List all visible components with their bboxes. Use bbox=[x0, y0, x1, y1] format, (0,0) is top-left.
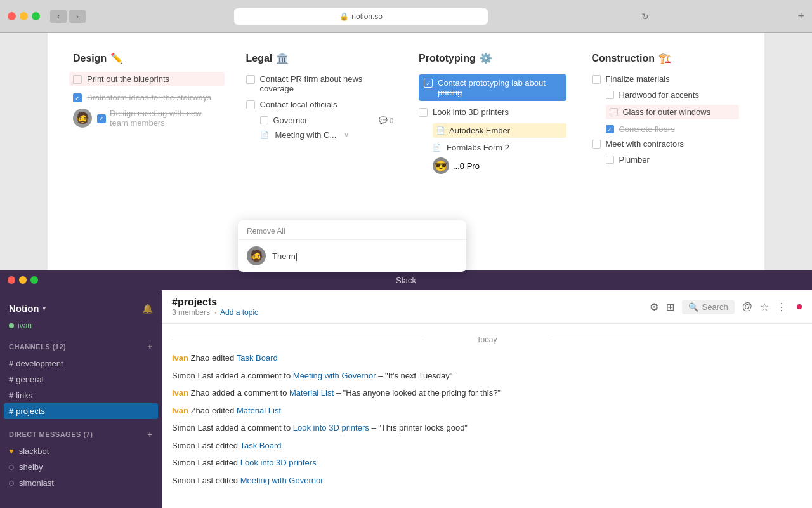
traffic-lights bbox=[8, 12, 40, 20]
add-dm-button[interactable]: + bbox=[147, 429, 153, 439]
link-material-list-2[interactable]: Material List bbox=[237, 406, 281, 415]
link-3d-printers[interactable]: Look into 3D printers bbox=[293, 423, 369, 432]
url-text: notion.so bbox=[351, 12, 383, 21]
message-4: Ivan Zhao edited Material List bbox=[172, 404, 802, 417]
prototyping-column: Prototyping ⚙️ ✓ Contact prototyping lab… bbox=[419, 52, 566, 179]
message-7: Simon Last edited Look into 3D printers bbox=[172, 457, 802, 469]
slack-workspace[interactable]: Notion ▾ 🔔 bbox=[0, 298, 162, 321]
dm-shelby[interactable]: shelby bbox=[0, 459, 162, 475]
slack-messages: Today Ivan Zhao edited Task Board Simon … bbox=[162, 324, 812, 508]
task-design-meeting[interactable]: 🧔 ✓ Design meeting with new team members bbox=[73, 109, 221, 128]
slack-minimize[interactable] bbox=[19, 276, 27, 284]
slack-channel-header: #projects 3 members · Add a topic ⚙ ⊞ 🔍 … bbox=[162, 290, 812, 324]
task-checkbox-checked[interactable]: ✓ bbox=[73, 93, 82, 102]
sub-glass[interactable]: Glass for outer windows bbox=[606, 105, 740, 119]
task-contact-lab[interactable]: ✓ Contact prototyping lab about pricing bbox=[419, 74, 566, 101]
task-checkbox[interactable]: ✓ bbox=[97, 114, 106, 123]
expand-icon: ∨ bbox=[344, 131, 349, 139]
task-checkbox[interactable] bbox=[246, 75, 255, 84]
channel-title: #projects bbox=[172, 297, 258, 308]
avatar: 🧔 bbox=[73, 109, 92, 128]
task-pr-firm[interactable]: Contact PR firm about news coverage bbox=[246, 74, 394, 93]
back-button[interactable]: ‹ bbox=[50, 10, 67, 23]
sub-plumber[interactable]: Plumber bbox=[606, 155, 740, 164]
link-task-board-2[interactable]: Task Board bbox=[240, 441, 281, 450]
author-simon-3: Simon Last bbox=[172, 441, 213, 450]
settings-icon[interactable]: ⚙ bbox=[650, 301, 658, 313]
maximize-button[interactable] bbox=[32, 12, 40, 20]
new-tab-button[interactable]: + bbox=[797, 10, 804, 23]
popup-item[interactable]: 🧔 The m| bbox=[238, 240, 466, 272]
task-brainstorm[interactable]: ✓ Brainstorm ideas for the stairways bbox=[73, 93, 221, 102]
bell-icon[interactable]: 🔔 bbox=[142, 304, 153, 314]
link-3d-printers-2[interactable]: Look into 3D printers bbox=[240, 458, 317, 467]
sub-concrete[interactable]: ✓ Concrete floors bbox=[606, 124, 740, 134]
link-meeting-governor-2[interactable]: Meeting with Governor bbox=[240, 476, 324, 485]
author-ivan-3: Ivan bbox=[172, 406, 188, 415]
construction-column: Construction 🏗️ Finalize materials Hardw… bbox=[592, 52, 740, 179]
sidebar-item-development[interactable]: # development bbox=[0, 356, 162, 371]
task-local-officials[interactable]: Contact local officials bbox=[246, 100, 394, 109]
sidebar-item-links[interactable]: # links bbox=[0, 387, 162, 403]
task-checkbox[interactable] bbox=[246, 100, 255, 109]
address-bar[interactable]: 🔒 notion.so bbox=[234, 8, 488, 25]
sub-governor[interactable]: Governor 💬 0 bbox=[260, 116, 394, 125]
star-icon[interactable]: ☆ bbox=[760, 301, 769, 313]
add-channel-button[interactable]: + bbox=[147, 342, 153, 352]
author-ivan-2: Ivan bbox=[172, 388, 188, 398]
offline-dot bbox=[9, 481, 14, 486]
reload-button[interactable]: ↻ bbox=[641, 11, 649, 22]
task-finalize-materials[interactable]: Finalize materials bbox=[592, 74, 740, 84]
sub-checkbox-checked[interactable]: ✓ bbox=[606, 125, 614, 133]
slack-section: Slack Notion ▾ 🔔 ivan CHANNELS (12) + # … bbox=[0, 270, 812, 508]
task-checkbox[interactable] bbox=[592, 140, 601, 149]
sub-pro[interactable]: 😎 ...0 Pro bbox=[433, 157, 566, 174]
search-icon: 🔍 bbox=[688, 302, 698, 312]
task-checkbox[interactable] bbox=[73, 75, 82, 84]
sub-checkbox[interactable] bbox=[260, 116, 268, 124]
search-box[interactable]: 🔍 Search bbox=[682, 300, 735, 314]
sidebar-item-general[interactable]: # general bbox=[0, 371, 162, 387]
sub-meeting[interactable]: 📄 Meeting with C... ∨ bbox=[260, 130, 394, 140]
minimize-button[interactable] bbox=[20, 12, 28, 20]
legal-column-title: Legal 🏛️ bbox=[246, 52, 394, 64]
slack-main: #projects 3 members · Add a topic ⚙ ⊞ 🔍 … bbox=[162, 290, 812, 508]
task-3d-printers[interactable]: Look into 3D printers bbox=[419, 107, 566, 117]
channel-info: #projects 3 members · Add a topic bbox=[172, 297, 258, 317]
task-checkbox[interactable] bbox=[419, 108, 428, 117]
message-2: Simon Last added a comment to Meeting wi… bbox=[172, 370, 802, 382]
author-simon-5: Simon Last bbox=[172, 476, 213, 485]
close-button[interactable] bbox=[8, 12, 16, 20]
link-task-board-1[interactable]: Task Board bbox=[237, 353, 278, 363]
more-icon[interactable]: ⋮ bbox=[776, 301, 787, 313]
dm-simonlast[interactable]: simonlast bbox=[0, 475, 162, 491]
header-actions: ⚙ ⊞ 🔍 Search @ ☆ ⋮ bbox=[650, 300, 802, 314]
task-checkbox[interactable] bbox=[592, 75, 601, 84]
sub-checkbox[interactable] bbox=[606, 91, 614, 99]
dm-slackbot[interactable]: ♥ slackbot bbox=[0, 443, 162, 459]
lock-icon: 🔒 bbox=[339, 12, 349, 21]
link-meeting-governor[interactable]: Meeting with Governor bbox=[293, 371, 376, 380]
legal-column: Legal 🏛️ Contact PR firm about news cove… bbox=[246, 52, 394, 179]
sidebar-item-projects[interactable]: # projects bbox=[4, 403, 158, 419]
task-print-blueprints[interactable]: Print out the blueprints bbox=[69, 72, 225, 86]
sub-checkbox[interactable] bbox=[610, 108, 618, 116]
sub-autodesk[interactable]: 📄 Autodesk Ember bbox=[433, 123, 566, 138]
slack-maximize[interactable] bbox=[30, 276, 38, 284]
slack-sidebar: Notion ▾ 🔔 ivan CHANNELS (12) + # develo… bbox=[0, 290, 162, 508]
prototyping-column-title: Prototyping ⚙️ bbox=[419, 52, 566, 64]
author-simon-2: Simon Last bbox=[172, 423, 213, 432]
forward-button[interactable]: › bbox=[69, 10, 86, 23]
sub-checkbox[interactable] bbox=[606, 156, 614, 164]
link-material-list-1[interactable]: Material List bbox=[289, 388, 334, 398]
task-meet-contractors[interactable]: Meet with contractors bbox=[592, 139, 740, 149]
add-topic-link[interactable]: Add a topic bbox=[220, 308, 258, 317]
at-icon[interactable]: @ bbox=[742, 301, 752, 312]
sub-formlabs[interactable]: 📄 Formlabs Form 2 bbox=[433, 143, 566, 152]
slack-app-title: Slack bbox=[396, 276, 416, 285]
avatar: 😎 bbox=[433, 157, 449, 174]
sub-hardwood[interactable]: Hardwood for accents bbox=[606, 90, 740, 100]
task-checkbox[interactable]: ✓ bbox=[424, 79, 433, 88]
slack-close[interactable] bbox=[8, 276, 15, 284]
layout-icon[interactable]: ⊞ bbox=[666, 301, 674, 313]
